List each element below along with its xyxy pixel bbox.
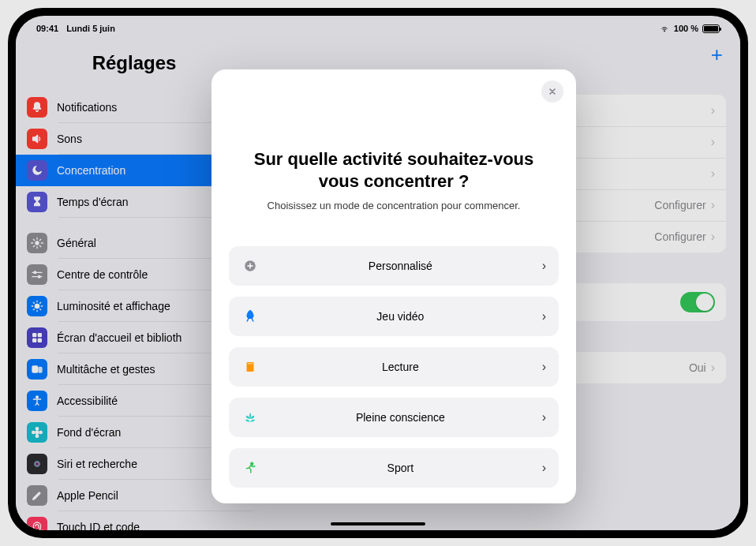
option-label: Personnalisé bbox=[259, 260, 542, 272]
option-label: Pleine conscience bbox=[259, 411, 542, 424]
option-label: Sport bbox=[259, 462, 542, 474]
lotus-icon bbox=[241, 410, 259, 424]
chevron-right-icon: › bbox=[542, 360, 546, 374]
option-label: Lecture bbox=[259, 361, 542, 373]
chevron-right-icon: › bbox=[542, 461, 546, 475]
chevron-right-icon: › bbox=[542, 309, 546, 323]
svg-point-26 bbox=[251, 462, 253, 465]
runner-icon bbox=[241, 461, 259, 475]
focus-option-personnalis-[interactable]: Personnalisé› bbox=[229, 246, 559, 286]
modal-subtitle: Choisissez un mode de concentration pour… bbox=[229, 200, 559, 211]
focus-option-sport[interactable]: Sport› bbox=[229, 448, 559, 488]
focus-option-pleine-conscience[interactable]: Pleine conscience› bbox=[229, 398, 559, 437]
chevron-right-icon: › bbox=[542, 259, 546, 273]
svg-point-23 bbox=[249, 314, 251, 316]
close-button[interactable] bbox=[541, 80, 563, 103]
plus-icon bbox=[241, 259, 259, 273]
home-indicator[interactable] bbox=[331, 522, 425, 525]
modal-title: Sur quelle activité souhaitez-vous vous … bbox=[229, 148, 559, 192]
focus-option-lecture[interactable]: Lecture› bbox=[229, 347, 559, 387]
focus-activity-modal: Sur quelle activité souhaitez-vous vous … bbox=[211, 69, 576, 503]
option-label: Jeu vidéo bbox=[259, 310, 542, 323]
svg-rect-25 bbox=[248, 363, 253, 365]
rocket-icon bbox=[241, 309, 259, 323]
chevron-right-icon: › bbox=[542, 410, 546, 424]
close-icon bbox=[548, 87, 557, 96]
focus-option-jeu-vid-o[interactable]: Jeu vidéo› bbox=[229, 297, 559, 336]
book-icon bbox=[241, 360, 259, 374]
